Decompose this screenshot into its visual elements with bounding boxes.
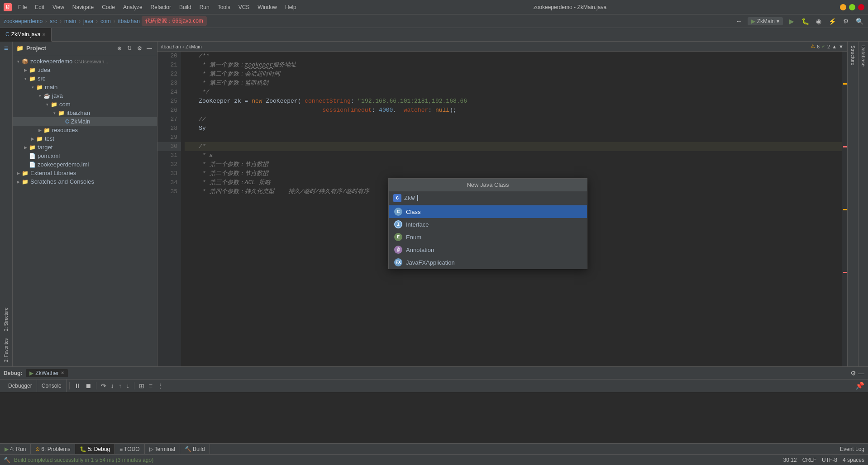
breadcrumb-java[interactable]: java [83,18,93,24]
close-button[interactable]: ✕ [858,4,864,10]
tree-item-zkmain[interactable]: ▶ C ZkMain [13,117,157,126]
debug-tab-close-icon[interactable]: ✕ [61,370,64,375]
breadcrumb-src[interactable]: src [50,18,57,24]
debug-tool-stop[interactable]: ⏹ [83,381,93,390]
bottom-tab-run[interactable]: ▶ 4: Run [0,444,31,455]
nav-up-icon[interactable]: ▲ [832,44,837,49]
database-sidebar-label[interactable]: Database [859,42,868,70]
panel-icon-sort[interactable]: ⇅ [125,44,134,52]
structure-label[interactable]: 2: Structure [2,305,10,334]
debug-tab-label: ZkWather [35,370,59,376]
menu-refactor[interactable]: Refactor [147,3,175,12]
tab-close-icon[interactable]: ✕ [42,32,46,37]
tree-item-root[interactable]: ▾ 📦 zookeeperdemo C:\Users\wan... [13,57,157,66]
breadcrumb-project[interactable]: zookeeperdemo [4,18,43,24]
popup-item-javafx[interactable]: FX JavaFXApplication [389,256,587,269]
run-button[interactable]: ▶ [787,16,796,26]
file-encoding[interactable]: UTF-8 [822,457,837,463]
tree-item-idea[interactable]: ▶ 📁 .idea [13,66,157,74]
debug-subtab-console[interactable]: Console [37,380,67,392]
tab-zkmain[interactable]: C ZkMain.java ✕ [0,28,52,42]
tree-item-ext-libs[interactable]: ▶ 📁 External Libraries [13,169,157,177]
menu-run[interactable]: Run [196,3,213,12]
bottom-tab-problems[interactable]: ⊙ 6: Problems [31,444,75,455]
debug-minimize-icon[interactable]: — [858,370,864,377]
popup-input-area[interactable]: C ZkW [389,191,587,205]
menu-file[interactable]: File [14,3,30,12]
popup-item-class[interactable]: C Class [389,205,587,218]
tree-item-target[interactable]: ▶ 📁 target [13,143,157,152]
structure-panel-label[interactable]: Structure [849,42,858,69]
nav-down-icon[interactable]: ▼ [839,44,844,49]
menu-window[interactable]: Window [254,3,281,12]
menu-view[interactable]: View [49,3,68,12]
menu-vcs[interactable]: VCS [235,3,253,12]
debug-tab-zkwather[interactable]: ▶ ZkWather ✕ [26,369,68,377]
line-num-24: 24 [157,88,181,97]
run-config-selector[interactable]: ▶ ZkMain ▾ [748,17,783,25]
breadcrumb-itbaizhan[interactable]: itbaizhan [118,18,140,24]
tree-item-scratches[interactable]: ▶ 📁 Scratches and Consoles [13,177,157,186]
indent-setting[interactable]: 4 spaces [843,457,864,463]
menu-build[interactable]: Build [176,3,195,12]
tree-item-main[interactable]: ▾ 📁 main [13,83,157,91]
panel-icon-minimize[interactable]: — [145,44,153,52]
profile-button[interactable]: ⚡ [827,16,837,26]
debug-tool-frames[interactable]: ≡ [147,381,154,390]
menu-edit[interactable]: Edit [31,3,48,12]
settings-button[interactable]: ⚙ [841,16,851,26]
tab-label: ZkMain.java [11,31,41,38]
tree-arrow-java: ▾ [36,94,43,98]
debug-pin-icon[interactable]: 📌 [855,382,864,389]
favorites-label[interactable]: 2: Favorites [2,336,10,365]
tree-item-test[interactable]: ▶ 📁 test [13,134,157,143]
event-log-link[interactable]: Event Log [836,446,868,452]
menu-navigate[interactable]: Navigate [69,3,97,12]
bottom-tab-todo[interactable]: ≡ TODO [115,444,144,455]
popup-item-interface[interactable]: I Interface [389,218,587,231]
tree-item-src[interactable]: ▾ 📁 src [13,74,157,83]
debug-tool-step-over[interactable]: ↷ [99,381,108,390]
search-everywhere-button[interactable]: 🔍 [854,16,864,26]
tree-item-com[interactable]: ▾ 📁 com [13,100,157,109]
debug-tool-step-out[interactable]: ↑ [117,381,124,390]
menu-analyze[interactable]: Analyze [119,3,146,12]
app-logo: IJ [4,3,12,11]
popup-item-annotation[interactable]: @ Annotation [389,243,587,256]
debug-tool-run-cursor[interactable]: ↓ [124,381,131,390]
coverage-button[interactable]: ◉ [814,16,824,26]
debug-subtab-debugger[interactable]: Debugger [4,380,37,392]
tree-arrow-resources: ▶ [36,128,43,133]
maximize-button[interactable]: □ [849,4,855,10]
back-button[interactable]: ← [734,16,744,26]
cursor-position[interactable]: 30:12 [783,457,797,463]
debug-tool-resume[interactable]: ⏸ [72,381,82,390]
breadcrumb-com[interactable]: com [100,18,111,24]
breadcrumb-main[interactable]: main [64,18,76,24]
debug-settings-icon[interactable]: ⚙ [850,370,856,377]
project-panel: 📁 Project ⊕ ⇅ ⚙ — ▾ 📦 zookeeperdemo C:\U… [13,42,157,366]
menu-tools[interactable]: Tools [214,3,234,12]
line-numbers: 20 21 22 23 24 25 26 27 28 29 30 31 32 3… [157,52,181,366]
debug-tool-step-into[interactable]: ↓ [109,381,116,390]
minimize-button[interactable]: – [840,4,846,10]
panel-icon-settings[interactable]: ⚙ [135,44,143,52]
panel-icon-add[interactable]: ⊕ [115,44,124,52]
tree-item-java[interactable]: ▾ ☕ java [13,91,157,100]
menu-code[interactable]: Code [98,3,119,12]
tree-item-iml[interactable]: ▶ 📄 zookeeperdemo.iml [13,160,157,169]
debug-tool-eval[interactable]: ⊞ [137,381,146,390]
bottom-tab-build[interactable]: 🔨 Build [180,444,210,455]
line-separator[interactable]: CRLF [802,457,816,463]
popup-item-enum[interactable]: E Enum [389,231,587,243]
tree-item-itbaizhan[interactable]: ▾ 📁 itbaizhan [13,109,157,117]
debug-tool-more[interactable]: ⋮ [155,381,165,390]
menu-help[interactable]: Help [281,3,300,12]
tree-item-resources[interactable]: ▶ 📁 resources [13,126,157,134]
tree-item-pom[interactable]: ▶ 📄 pom.xml [13,152,157,160]
left-strip-icon-1[interactable]: ≡ [1,43,11,53]
bottom-tab-terminal[interactable]: ▷ Terminal [145,444,180,455]
run-tab-icon: ▶ [5,446,9,452]
bottom-tab-debug[interactable]: 🐛 5: Debug [75,444,115,455]
debug-button[interactable]: 🐛 [800,16,810,26]
